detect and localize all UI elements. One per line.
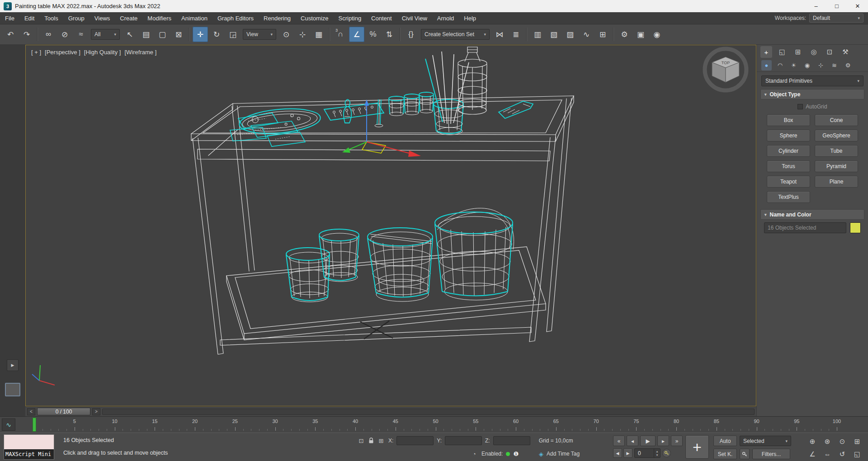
select-object-button[interactable]: ↖ <box>122 27 137 42</box>
toggle-layer-explorer-button[interactable]: ▧ <box>546 27 561 42</box>
toggle-scene-explorer-button[interactable]: ▥ <box>530 27 545 42</box>
rendered-frame-window-button[interactable]: ▣ <box>633 27 648 42</box>
primitive-button-plane[interactable]: Plane <box>815 176 858 188</box>
menu-item-customize[interactable]: Customize <box>296 12 333 24</box>
auto-key-button[interactable]: Auto <box>713 436 737 446</box>
primitive-button-teapot[interactable]: Teapot <box>767 176 810 188</box>
select-and-scale-button[interactable]: ◲ <box>225 27 241 42</box>
viewcube[interactable]: TOP <box>705 49 746 90</box>
current-frame-spinner[interactable]: 0 ▴ ▾ <box>634 448 660 458</box>
select-by-name-button[interactable]: ▤ <box>138 27 154 42</box>
selection-filter-dropdown[interactable]: All▾ <box>91 29 120 40</box>
menu-item-graph-editors[interactable]: Graph Editors <box>212 12 259 24</box>
use-pivot-point-center-button[interactable]: ⊙ <box>278 27 294 42</box>
menu-item-views[interactable]: Views <box>90 12 115 24</box>
menu-item-rendering[interactable]: Rendering <box>259 12 296 24</box>
viewcube-top-face-label[interactable]: TOP <box>722 61 730 65</box>
notification-icon[interactable]: ❶ <box>513 451 519 457</box>
go-to-end-button[interactable]: » <box>671 436 683 446</box>
undo-button[interactable]: ↶ <box>3 27 18 42</box>
next-key-button[interactable]: ▶ <box>623 448 632 458</box>
angle-snap-toggle-button[interactable]: ∠ <box>349 27 364 42</box>
workspaces-dropdown[interactable]: Default ▾ <box>809 14 863 23</box>
absolute-mode-icon[interactable]: ⊞ <box>377 437 385 445</box>
painting-table[interactable] <box>191 96 574 354</box>
bottle[interactable] <box>458 47 487 114</box>
menu-item-file[interactable]: File <box>0 12 19 24</box>
key-filters-button[interactable]: Filters... <box>752 449 790 459</box>
name-color-rollout-header[interactable]: ▾ Name and Color <box>760 209 864 220</box>
bind-to-space-warp-button[interactable]: ≈ <box>73 27 89 42</box>
menu-item-edit[interactable]: Edit <box>19 12 39 24</box>
category-geometry[interactable]: ● <box>761 60 772 71</box>
palette-knife[interactable] <box>499 101 533 118</box>
set-key-button[interactable]: Set K. <box>713 449 737 459</box>
key-set-dropdown[interactable]: Selected ▾ <box>740 436 791 446</box>
category-helpers[interactable]: ⊹ <box>816 60 826 71</box>
time-tag-icon[interactable]: ◈ <box>539 451 543 457</box>
render-production-button[interactable]: ◉ <box>649 27 665 42</box>
maxscript-input-line[interactable] <box>4 435 54 449</box>
time-back-button[interactable]: < <box>27 408 35 415</box>
add-key-button[interactable]: + <box>685 435 709 459</box>
render-setup-button[interactable]: ⚙ <box>617 27 632 42</box>
category-lights[interactable]: ☀ <box>788 60 799 71</box>
pan-button[interactable]: ⇔ <box>821 448 834 460</box>
tab-hierarchy[interactable]: ⊞ <box>792 46 804 58</box>
perspective-viewport[interactable]: [ + ][Perspective ][High Quality ][Wiref… <box>25 45 756 406</box>
maximize-button[interactable]: □ <box>826 0 847 12</box>
schematic-view-button[interactable]: ⊞ <box>595 27 610 42</box>
unlink-selection-button[interactable]: ⊘ <box>57 27 72 42</box>
edit-named-selection-sets-button[interactable]: {} <box>403 27 419 42</box>
primitive-button-tube[interactable]: Tube <box>815 145 858 157</box>
select-and-rotate-button[interactable]: ↻ <box>209 27 224 42</box>
frame-number-value[interactable]: 0 <box>635 449 654 457</box>
field-of-view-button[interactable]: ∠ <box>806 448 819 460</box>
track-bar[interactable]: ∿ 51015202530354045505560657075808590951… <box>0 416 868 433</box>
curve-editor-button[interactable]: ∿ <box>579 27 594 42</box>
menu-item-scripting[interactable]: Scripting <box>334 12 367 24</box>
bucket-small-1[interactable] <box>286 248 330 302</box>
previous-frame-button[interactable]: ◂ <box>627 436 638 446</box>
category-shapes[interactable]: ◠ <box>775 60 785 71</box>
spinner-snap-toggle-button[interactable]: ⇅ <box>382 27 397 42</box>
select-and-link-button[interactable]: ∞ <box>41 27 56 42</box>
paint-jars[interactable] <box>389 92 434 116</box>
close-button[interactable]: ✕ <box>847 0 868 12</box>
primitive-button-pyramid[interactable]: Pyramid <box>815 160 858 172</box>
align-button[interactable]: ≣ <box>508 27 524 42</box>
menu-item-group[interactable]: Group <box>63 12 90 24</box>
add-time-tag-label[interactable]: Add Time Tag <box>547 451 580 457</box>
reference-coordinate-system-dropdown[interactable]: View▾ <box>243 29 276 40</box>
zoom-button[interactable]: ⊕ <box>806 436 819 447</box>
zoom-all-button[interactable]: ⊛ <box>821 436 834 447</box>
menu-item-help[interactable]: Help <box>459 12 481 24</box>
zoom-extents-button[interactable]: ⊙ <box>835 436 849 447</box>
menu-item-arnold[interactable]: Arnold <box>432 12 459 24</box>
paint-bucket-medium[interactable] <box>368 228 433 301</box>
time-slider-track[interactable] <box>102 409 755 415</box>
select-and-move-button[interactable]: ✛ <box>193 27 208 42</box>
menu-item-tools[interactable]: Tools <box>39 12 63 24</box>
primitive-button-geosphere[interactable]: GeoSphere <box>815 130 858 141</box>
key-filter-button[interactable] <box>740 449 750 459</box>
previous-key-button[interactable]: ◀ <box>613 448 622 458</box>
viewport-quality-menu[interactable]: [High Quality ] <box>84 49 121 56</box>
move-gizmo[interactable] <box>342 99 421 157</box>
menu-item-animation[interactable]: Animation <box>176 12 212 24</box>
tab-create[interactable]: + <box>760 46 772 58</box>
primitive-button-box[interactable]: Box <box>767 114 810 126</box>
rectangular-selection-region-button[interactable]: ▢ <box>155 27 170 42</box>
y-coordinate-input[interactable] <box>445 436 482 445</box>
toggle-ribbon-button[interactable]: ▨ <box>562 27 578 42</box>
tab-motion[interactable]: ◎ <box>808 46 820 58</box>
spinner-up-icon[interactable]: ▴ <box>656 450 658 453</box>
maximize-viewport-toggle-button[interactable]: ◱ <box>850 448 864 460</box>
percent-snap-toggle-button[interactable]: % <box>365 27 381 42</box>
primitives-category-dropdown[interactable]: Standard Primitives ▾ <box>761 75 863 86</box>
paper-sheets[interactable] <box>230 113 305 146</box>
paint-bucket-large[interactable] <box>435 208 514 300</box>
redo-button[interactable]: ↷ <box>19 27 34 42</box>
menu-item-create[interactable]: Create <box>115 12 142 24</box>
menu-item-content[interactable]: Content <box>366 12 397 24</box>
